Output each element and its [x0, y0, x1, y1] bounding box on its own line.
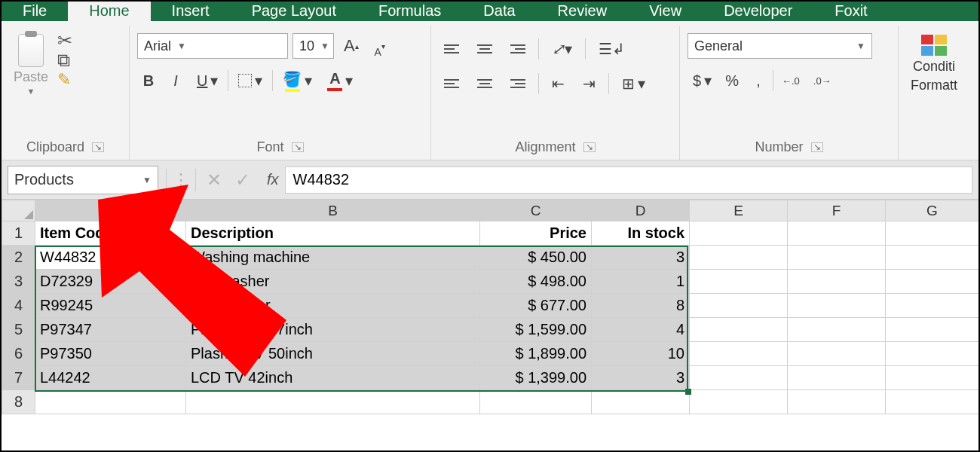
- fill-color-button[interactable]: 🪣▾: [277, 68, 317, 93]
- cell-f8[interactable]: [788, 390, 886, 414]
- cell-g7[interactable]: [886, 366, 979, 390]
- tab-formulas[interactable]: Formulas: [357, 2, 462, 21]
- wrap-text-button[interactable]: ☰↲: [593, 36, 630, 62]
- clipboard-launcher-icon[interactable]: ↘: [92, 142, 104, 152]
- cell-g2[interactable]: [886, 246, 979, 270]
- font-launcher-icon[interactable]: ↘: [292, 142, 304, 152]
- percent-format-button[interactable]: %: [720, 68, 744, 93]
- cell-b6[interactable]: Plasma TV 50inch: [186, 342, 480, 366]
- align-center-icon[interactable]: [472, 71, 498, 96]
- cell-c8[interactable]: [480, 390, 592, 414]
- cell-e5[interactable]: [690, 318, 788, 342]
- row-header-5[interactable]: 5: [2, 318, 35, 342]
- cell-d6[interactable]: 10: [592, 342, 690, 366]
- fill-handle[interactable]: [685, 389, 691, 395]
- cell-c7[interactable]: $ 1,399.00: [480, 366, 592, 390]
- cell-a6[interactable]: P97350: [35, 342, 186, 366]
- cell-a2[interactable]: W44832: [35, 246, 186, 270]
- cell-f1[interactable]: [788, 221, 886, 246]
- tab-data[interactable]: Data: [462, 2, 536, 21]
- decrease-decimal-button[interactable]: .0→: [808, 68, 837, 93]
- cell-f3[interactable]: [788, 270, 886, 294]
- cell-c3[interactable]: $ 498.00: [480, 270, 592, 294]
- cell-d4[interactable]: 8: [592, 294, 690, 318]
- row-header-8[interactable]: 8: [2, 390, 35, 414]
- cell-e1[interactable]: [690, 221, 788, 246]
- worksheet-grid[interactable]: A B C D E F G 1 Item Code Description Pr…: [2, 200, 978, 414]
- col-header-b[interactable]: B: [186, 200, 480, 221]
- shrink-font-icon[interactable]: A▾: [369, 33, 391, 59]
- copy-icon[interactable]: ⧉: [57, 53, 72, 68]
- font-name-combo[interactable]: Arial▼: [137, 33, 288, 59]
- cell-d1[interactable]: In stock: [592, 221, 690, 246]
- format-painter-icon[interactable]: ✎: [57, 72, 72, 87]
- cell-c6[interactable]: $ 1,899.00: [480, 342, 592, 366]
- tab-file[interactable]: File: [2, 2, 68, 21]
- cell-a1[interactable]: Item Code: [35, 221, 186, 246]
- tab-developer[interactable]: Developer: [703, 2, 813, 21]
- increase-indent-icon[interactable]: ⇥: [577, 71, 601, 96]
- cell-b1[interactable]: Description: [186, 221, 480, 246]
- cell-a7[interactable]: L44242: [35, 366, 186, 390]
- cell-g6[interactable]: [886, 342, 979, 366]
- tab-review[interactable]: Review: [537, 2, 629, 21]
- bold-button[interactable]: B: [137, 68, 160, 93]
- cell-a8[interactable]: [35, 390, 186, 414]
- cell-d2[interactable]: 3: [592, 246, 690, 270]
- col-header-g[interactable]: G: [886, 200, 979, 221]
- cell-e2[interactable]: [690, 246, 788, 270]
- col-header-f[interactable]: F: [788, 200, 886, 221]
- decrease-indent-icon[interactable]: ⇤: [547, 71, 570, 96]
- formula-input[interactable]: W44832: [285, 166, 972, 194]
- cell-g1[interactable]: [886, 221, 979, 246]
- cell-f5[interactable]: [788, 318, 886, 342]
- number-format-combo[interactable]: General▼: [688, 33, 872, 59]
- align-top-icon[interactable]: [439, 36, 464, 62]
- cell-g3[interactable]: [886, 270, 979, 294]
- cell-e3[interactable]: [690, 270, 788, 294]
- increase-decimal-button[interactable]: ←.0: [776, 68, 805, 93]
- cell-d5[interactable]: 4: [592, 318, 690, 342]
- tab-foxit[interactable]: Foxit: [813, 2, 888, 21]
- orientation-button[interactable]: ⤢▾: [547, 36, 577, 62]
- comma-format-button[interactable]: ,: [747, 68, 770, 93]
- cell-c1[interactable]: Price: [480, 221, 592, 246]
- cell-b2[interactable]: Washing machine: [186, 246, 480, 270]
- cell-e8[interactable]: [690, 390, 788, 414]
- name-box[interactable]: Products▼: [8, 166, 158, 194]
- cell-g4[interactable]: [886, 294, 979, 318]
- cut-icon[interactable]: ✂: [57, 33, 72, 48]
- align-left-icon[interactable]: [439, 71, 464, 96]
- cell-c5[interactable]: $ 1,599.00: [480, 318, 592, 342]
- cell-e6[interactable]: [690, 342, 788, 366]
- row-header-1[interactable]: 1: [2, 221, 35, 246]
- col-header-a[interactable]: A: [35, 200, 186, 221]
- align-middle-icon[interactable]: [472, 36, 498, 62]
- row-header-4[interactable]: 4: [2, 294, 35, 318]
- cell-a3[interactable]: D72329: [35, 270, 186, 294]
- select-all-corner[interactable]: [2, 200, 35, 221]
- col-header-c[interactable]: C: [480, 200, 592, 221]
- underline-button[interactable]: U▾: [191, 68, 223, 93]
- conditional-formatting-button[interactable]: Conditi Formatt: [906, 29, 962, 93]
- alignment-launcher-icon[interactable]: ↘: [583, 142, 596, 152]
- paste-button[interactable]: Paste ▼: [9, 29, 53, 96]
- cell-c4[interactable]: $ 677.00: [480, 294, 592, 318]
- tab-page-layout[interactable]: Page Layout: [231, 2, 357, 21]
- grow-font-icon[interactable]: A▴: [338, 33, 364, 59]
- cell-f2[interactable]: [788, 246, 886, 270]
- font-size-combo[interactable]: 10▼: [292, 33, 334, 59]
- cell-d3[interactable]: 1: [592, 270, 690, 294]
- cell-g8[interactable]: [886, 390, 979, 414]
- font-color-button[interactable]: A▾: [322, 68, 358, 93]
- accounting-format-button[interactable]: $▾: [688, 68, 717, 93]
- row-header-3[interactable]: 3: [2, 270, 35, 294]
- cell-f6[interactable]: [788, 342, 886, 366]
- col-header-d[interactable]: D: [592, 200, 690, 221]
- cell-c2[interactable]: $ 450.00: [480, 246, 592, 270]
- cell-b8[interactable]: [186, 390, 480, 414]
- cell-f7[interactable]: [788, 366, 886, 390]
- cell-e7[interactable]: [690, 366, 788, 390]
- italic-button[interactable]: I: [164, 68, 187, 93]
- number-launcher-icon[interactable]: ↘: [811, 142, 823, 152]
